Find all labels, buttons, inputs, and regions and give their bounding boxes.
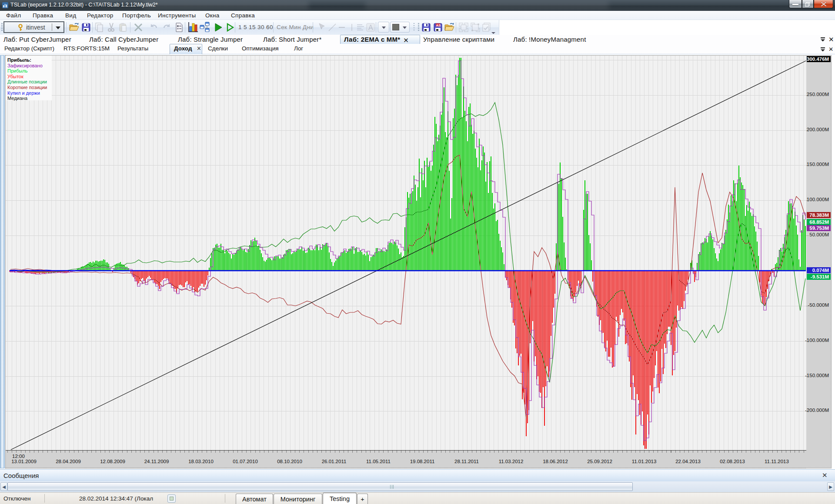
svg-text:AS: AS — [436, 23, 441, 27]
svg-text:A: A — [368, 24, 373, 31]
